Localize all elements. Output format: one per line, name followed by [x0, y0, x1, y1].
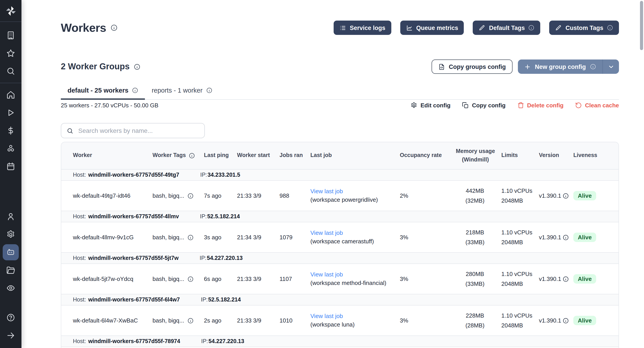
vertical-scrollbar[interactable]	[640, 1, 643, 50]
worker-start: 21:33 3/9	[237, 192, 280, 199]
host-row: Host: windmill-workers-67757d55f-78974 I…	[61, 336, 618, 347]
info-icon[interactable]	[188, 192, 194, 199]
sidebar-item-workspaces[interactable]	[3, 27, 19, 44]
column-header: Worker	[73, 152, 152, 160]
last-job-workspace: (workspace method-financial)	[310, 279, 396, 287]
sidebar	[0, 0, 22, 348]
main-content: Workers Service logs Queue metrics Defau…	[22, 0, 644, 348]
occupancy-rate: 2%	[400, 192, 452, 199]
info-icon[interactable]	[134, 63, 140, 70]
trash-icon	[517, 102, 524, 109]
sidebar-item-resources[interactable]	[3, 140, 19, 156]
host-row: Host: windmill-workers-67757d55f-4llmv I…	[61, 211, 618, 222]
memory-usage: 228MB(28MB)	[452, 311, 501, 330]
sidebar-item-workers[interactable]	[3, 244, 19, 260]
header-buttons: Service logs Queue metrics Default Tags …	[334, 20, 619, 35]
liveness: Alive	[573, 232, 618, 242]
edit-config-button[interactable]: Edit config	[410, 102, 450, 109]
ip-label: IP:	[200, 255, 206, 261]
windmill-logo[interactable]	[0, 0, 22, 22]
memory-usage: 218MB(33MB)	[452, 228, 501, 247]
worker-tags: bash, bigq...	[152, 317, 204, 324]
copy-groups-config-button[interactable]: Copy groups config	[431, 60, 512, 74]
info-icon[interactable]	[111, 24, 118, 31]
column-header: Jobs ran	[280, 152, 310, 160]
sidebar-item-users[interactable]	[3, 208, 19, 224]
last-job: View last job (workspace powergridlive)	[310, 188, 400, 204]
gear-icon	[410, 102, 417, 109]
view-last-job-link[interactable]: View last job	[310, 271, 396, 279]
table-header: WorkerWorker TagsLast pingWorker startJo…	[61, 142, 618, 169]
help-circle-icon	[6, 313, 15, 322]
limits: 1.10 vCPUs2048MB	[501, 269, 539, 288]
sidebar-item-search[interactable]	[3, 63, 19, 79]
delete-config-button[interactable]: Delete config	[517, 102, 564, 109]
sidebar-item-settings[interactable]	[3, 226, 19, 242]
sidebar-item-help[interactable]	[3, 310, 19, 326]
home-icon	[6, 90, 15, 99]
sidebar-item-folders[interactable]	[3, 262, 19, 278]
view-last-job-link[interactable]: View last job	[310, 229, 396, 237]
worker-tags: bash, bigq...	[152, 234, 204, 241]
ip-label: IP:	[201, 338, 208, 344]
info-icon[interactable]	[562, 234, 569, 240]
sidebar-item-schedules[interactable]	[3, 158, 19, 174]
new-group-config-dropdown[interactable]	[602, 60, 619, 74]
info-icon[interactable]	[132, 87, 138, 94]
tab-default[interactable]: default - 25 workers	[61, 83, 145, 100]
sidebar-item-favorites[interactable]	[3, 45, 19, 61]
building-icon	[6, 31, 15, 40]
alive-badge: Alive	[573, 274, 596, 284]
clean-cache-button[interactable]: Clean cache	[575, 102, 619, 109]
alive-badge: Alive	[573, 316, 596, 325]
info-icon[interactable]	[607, 24, 613, 31]
worker-name: wk-default-6l4w7-XwBaC	[73, 317, 152, 324]
occupancy-rate: 3%	[400, 234, 452, 241]
new-group-config-button[interactable]: New group config	[518, 60, 619, 74]
version: v1.390.1	[539, 276, 573, 282]
worker-row: wk-default-49tg7-idt46 bash, bigq... 7s …	[61, 181, 618, 211]
jobs-ran: 1107	[280, 276, 310, 282]
boxes-icon	[6, 144, 15, 153]
info-icon[interactable]	[562, 276, 569, 282]
search-workers-box[interactable]	[61, 123, 205, 138]
default-tags-button[interactable]: Default Tags	[473, 20, 540, 35]
sidebar-item-audit[interactable]	[3, 280, 19, 296]
info-icon[interactable]	[188, 276, 194, 282]
sidebar-item-expand[interactable]	[3, 328, 19, 344]
view-last-job-link[interactable]: View last job	[310, 312, 396, 320]
copy-config-button[interactable]: Copy config	[462, 102, 506, 109]
column-header: Last job	[310, 152, 400, 160]
info-icon[interactable]	[188, 317, 194, 324]
workers-page: Workers Service logs Queue metrics Defau…	[0, 0, 644, 348]
worker-tags: bash, bigq...	[152, 276, 204, 282]
info-icon[interactable]	[562, 317, 569, 324]
custom-tags-button[interactable]: Custom Tags	[550, 20, 619, 35]
service-logs-button[interactable]: Service logs	[334, 20, 391, 35]
sidebar-item-variables[interactable]	[3, 122, 19, 139]
info-icon[interactable]	[188, 234, 194, 240]
version: v1.390.1	[539, 192, 573, 199]
sidebar-item-runs[interactable]	[3, 105, 19, 121]
info-icon[interactable]	[528, 24, 535, 31]
sidebar-item-home[interactable]	[3, 87, 19, 103]
info-icon[interactable]	[562, 192, 569, 199]
ip-label: IP:	[200, 213, 207, 220]
ip-value: 54.227.220.13	[208, 338, 244, 344]
ip-label: IP:	[201, 296, 208, 303]
gear-icon	[6, 230, 15, 239]
info-icon[interactable]	[590, 64, 596, 70]
worker-start: 21:33 3/9	[237, 276, 280, 282]
column-header: Worker start	[237, 152, 280, 160]
occupancy-rate: 3%	[400, 276, 452, 282]
info-icon[interactable]	[188, 152, 195, 159]
copy-icon	[462, 102, 469, 109]
tab-reports[interactable]: reports - 1 worker	[145, 83, 219, 100]
worker-name: wk-default-5jt7w-oYdcq	[73, 276, 152, 282]
view-last-job-link[interactable]: View last job	[310, 188, 396, 196]
version: v1.390.1	[539, 317, 573, 324]
occupancy-rate: 3%	[400, 317, 452, 324]
queue-metrics-button[interactable]: Queue metrics	[400, 20, 464, 35]
info-icon[interactable]	[206, 87, 212, 94]
search-workers-input[interactable]	[77, 126, 199, 135]
